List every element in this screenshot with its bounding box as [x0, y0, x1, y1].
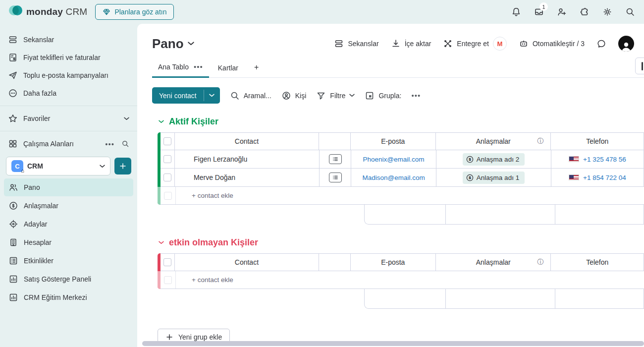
workspaces-search-icon[interactable] — [121, 140, 129, 148]
more-circle-icon — [8, 88, 18, 98]
summary-cell-email — [364, 289, 446, 309]
deal-name: Anlaşma adı 2 — [477, 156, 519, 163]
search-button[interactable]: Aramal... — [230, 91, 271, 101]
group-title[interactable]: etkin olmayan Kişiler — [159, 237, 644, 248]
board-title[interactable]: Pano — [152, 36, 194, 52]
sequences-button[interactable]: Sekanslar — [334, 39, 378, 49]
sidebar-board-pano[interactable]: Pano — [4, 178, 133, 196]
learning-chart-icon — [8, 292, 18, 302]
column-header-contact[interactable]: Contact — [175, 253, 319, 271]
row-checkbox[interactable] — [163, 155, 171, 163]
phone-cell[interactable]: +1 854 722 04 — [551, 169, 644, 187]
email-link[interactable]: Phoenix@email.com — [363, 156, 425, 163]
column-header-deals[interactable]: Anlaşmalarⓘ — [436, 253, 551, 271]
contact-name-cell[interactable]: Figen Lerzanoğlu — [175, 150, 320, 169]
select-all-checkbox[interactable] — [163, 258, 171, 266]
column-header-email[interactable]: E-posta — [351, 253, 436, 271]
notifications-bell-icon[interactable] — [511, 7, 521, 17]
sidebar-board-egitim-merkezi[interactable]: CRM Eğitim Merkezi — [4, 289, 133, 306]
sidebar-board-anlasmalar[interactable]: $ Anlaşmalar — [4, 197, 133, 215]
settings-gear-icon[interactable] — [602, 7, 612, 17]
group-by-button[interactable]: Grupla: — [365, 91, 401, 101]
new-contact-dropdown[interactable] — [204, 87, 220, 104]
integrate-button[interactable]: Entegre et M — [443, 37, 507, 51]
phone-cell[interactable]: +1 325 478 56 — [551, 150, 644, 169]
invite-members-icon[interactable] — [557, 7, 567, 17]
table-row: Merve Doğan Madison@email.com $ Anlaşma … — [161, 169, 644, 187]
chevron-down-icon — [100, 164, 105, 169]
column-header-contact[interactable]: Contact — [175, 132, 319, 150]
apps-marketplace-icon[interactable] — [580, 7, 590, 17]
chevron-down-icon[interactable] — [159, 119, 164, 124]
plus-icon — [165, 333, 173, 341]
group-title[interactable]: Aktif Kişiler — [159, 116, 644, 127]
column-summary-row — [364, 205, 644, 225]
deal-pill[interactable]: $ Anlaşma adı 2 — [463, 153, 525, 166]
email-link[interactable]: Madison@email.com — [362, 174, 425, 181]
sidebar-item-more[interactable]: Daha fazla — [0, 84, 137, 102]
import-button[interactable]: İçe aktar — [391, 39, 431, 49]
add-contact-label[interactable]: + contact ekle — [176, 271, 233, 289]
add-workspace-item-button[interactable] — [114, 158, 131, 174]
person-label: Kişi — [295, 92, 307, 100]
add-contact-row[interactable]: + contact ekle — [161, 271, 644, 289]
chevron-down-icon[interactable] — [124, 116, 129, 121]
open-item-icon[interactable] — [329, 154, 342, 164]
deal-pill[interactable]: $ Anlaşma adı 1 — [463, 172, 525, 184]
tab-kartlar[interactable]: Kartlar — [212, 61, 244, 77]
column-header-email[interactable]: E-posta — [351, 132, 436, 150]
add-contact-label[interactable]: + contact ekle — [176, 187, 233, 204]
new-contact-button[interactable]: Yeni contact — [152, 87, 220, 104]
user-avatar[interactable] — [618, 36, 634, 52]
workspace-selector[interactable]: C⌂ CRM — [6, 157, 110, 175]
search-icon[interactable] — [625, 7, 635, 17]
automate-button[interactable]: Otomatikleştir / 3 — [519, 39, 585, 49]
automate-robot-icon — [519, 39, 529, 49]
column-header-spacer — [319, 253, 351, 271]
sidebar-board-satis-gosterge[interactable]: Satış Gösterge Paneli — [4, 270, 133, 288]
deals-header-text: Anlaşmalar — [476, 258, 511, 266]
activities-list-icon — [8, 256, 18, 266]
sidebar-board-adaylar[interactable]: Adaylar — [4, 215, 133, 233]
monday-logo[interactable]: monday CRM — [9, 5, 87, 18]
chat-button[interactable] — [596, 39, 606, 49]
column-header-phone[interactable]: Telefon — [551, 132, 644, 150]
integrate-icon — [443, 39, 453, 49]
column-header-phone[interactable]: Telefon — [551, 253, 644, 271]
sidebar-board-etkinlikler[interactable]: Etkinlikler — [4, 252, 133, 270]
sidebar-item-quotes-invoices[interactable]: $ Fiyat teklifleri ve faturalar — [0, 49, 137, 66]
sidebar-item-sequences[interactable]: Sekanslar — [0, 31, 137, 49]
tab-ana-tablo[interactable]: Ana Tablo ••• — [152, 59, 209, 78]
add-contact-row[interactable]: + contact ekle — [161, 187, 644, 205]
phone-number: +1 325 478 56 — [583, 156, 626, 163]
inbox-icon[interactable]: 1 — [534, 7, 544, 17]
workspaces-menu-icon[interactable]: ••• — [105, 140, 114, 148]
sidebar-item-favorites[interactable]: Favoriler — [0, 110, 137, 127]
sidebar-workspaces-header[interactable]: Çalışma Alanları ••• — [0, 135, 137, 153]
invite-button-cutoff[interactable] — [635, 58, 644, 74]
open-item-icon[interactable] — [329, 173, 342, 182]
horizontal-scrollbar[interactable] — [142, 341, 644, 346]
summary-cell-phone — [555, 289, 644, 309]
divider — [0, 131, 137, 131]
see-plans-button[interactable]: Planlara göz atın — [95, 4, 174, 20]
select-all-checkbox[interactable] — [163, 137, 171, 145]
svg-text:$: $ — [12, 203, 15, 208]
filter-button[interactable]: Filtre — [316, 91, 355, 101]
row-checkbox[interactable] — [163, 174, 171, 181]
tab-menu-icon[interactable]: ••• — [194, 62, 203, 71]
board-view: Pano Sekanslar İçe aktar Entegre et M — [137, 24, 644, 347]
contact-name-cell[interactable]: Merve Doğan — [175, 169, 320, 187]
column-header-deals[interactable]: Anlaşmalarⓘ — [436, 132, 551, 150]
add-view-button[interactable]: + — [247, 60, 266, 77]
toolbar-more-icon[interactable]: ••• — [411, 91, 421, 100]
brand-text: monday CRM — [26, 6, 87, 17]
sidebar-item-email-campaigns[interactable]: Toplu e-posta kampanyaları — [0, 66, 137, 84]
summary-cell-deals — [446, 205, 556, 225]
sidebar-board-hesaplar[interactable]: Hesaplar — [4, 233, 133, 251]
info-icon[interactable]: ⓘ — [537, 258, 543, 267]
chevron-down-icon[interactable] — [159, 240, 164, 245]
info-icon[interactable]: ⓘ — [537, 137, 543, 146]
person-filter-button[interactable]: Kişi — [281, 91, 307, 101]
group-etkin-olmayan-kisiler: etkin olmayan Kişiler Contact E-posta An… — [158, 237, 644, 309]
